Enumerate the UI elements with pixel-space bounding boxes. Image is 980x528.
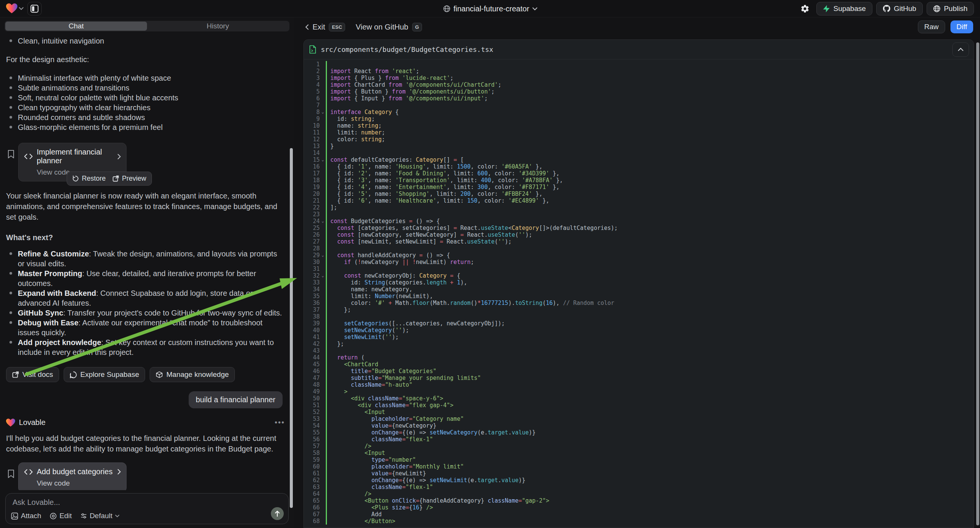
- fold-chevron-icon[interactable]: [320, 320, 326, 327]
- fold-chevron-icon[interactable]: [320, 279, 326, 286]
- fold-chevron-icon[interactable]: [320, 511, 326, 518]
- fold-chevron-icon[interactable]: [320, 266, 326, 272]
- fold-chevron-icon[interactable]: ⌄: [320, 252, 326, 259]
- attach-button[interactable]: Attach: [11, 512, 41, 520]
- manage-knowledge-button[interactable]: Manage knowledge: [150, 367, 235, 382]
- chevron-down-icon[interactable]: [532, 7, 537, 11]
- preview-button[interactable]: Preview: [113, 175, 146, 183]
- fold-chevron-icon[interactable]: [320, 456, 326, 463]
- restore-button[interactable]: Restore: [72, 175, 106, 183]
- bookmark-icon[interactable]: [8, 469, 14, 479]
- send-button[interactable]: [271, 507, 284, 520]
- fold-chevron-icon[interactable]: [320, 75, 326, 81]
- fold-chevron-icon[interactable]: [320, 286, 326, 293]
- fold-chevron-icon[interactable]: [320, 143, 326, 149]
- fold-chevron-icon[interactable]: [320, 477, 326, 484]
- fold-chevron-icon[interactable]: [320, 313, 326, 320]
- fold-chevron-icon[interactable]: [320, 382, 326, 388]
- fold-chevron-icon[interactable]: [320, 116, 326, 122]
- fold-chevron-icon[interactable]: [320, 184, 326, 191]
- fold-chevron-icon[interactable]: [320, 177, 326, 184]
- fold-chevron-icon[interactable]: [320, 436, 326, 443]
- fold-chevron-icon[interactable]: [320, 334, 326, 340]
- fold-chevron-icon[interactable]: [320, 415, 326, 422]
- fold-chevron-icon[interactable]: [320, 95, 326, 102]
- fold-chevron-icon[interactable]: [320, 518, 326, 525]
- fold-chevron-icon[interactable]: [320, 484, 326, 490]
- chat-message-list[interactable]: Clean, intuitive navigation For the desi…: [0, 32, 294, 490]
- fold-chevron-icon[interactable]: ⌄: [320, 156, 326, 163]
- view-on-github-button[interactable]: View on GitHub G: [356, 23, 422, 32]
- fold-chevron-icon[interactable]: [320, 163, 326, 170]
- fold-chevron-icon[interactable]: [320, 395, 326, 402]
- fold-chevron-icon[interactable]: [320, 211, 326, 218]
- fold-chevron-icon[interactable]: [320, 422, 326, 429]
- file-path-row[interactable]: src/components/budget/BudgetCategories.t…: [304, 40, 974, 59]
- bookmark-icon[interactable]: [8, 149, 14, 159]
- tab-chat[interactable]: Chat: [5, 22, 147, 31]
- fold-chevron-icon[interactable]: [320, 368, 326, 375]
- fold-chevron-icon[interactable]: [320, 450, 326, 456]
- fold-chevron-icon[interactable]: [320, 81, 326, 88]
- fold-chevron-icon[interactable]: [320, 388, 326, 395]
- fold-chevron-icon[interactable]: ⌄: [320, 218, 326, 224]
- fold-chevron-icon[interactable]: [320, 122, 326, 129]
- chat-input[interactable]: [13, 498, 282, 507]
- fold-chevron-icon[interactable]: [320, 259, 326, 266]
- chevron-right-icon[interactable]: [118, 154, 121, 159]
- message-menu-button[interactable]: •••: [275, 418, 285, 427]
- diff-toggle-button[interactable]: Diff: [950, 21, 973, 33]
- fold-chevron-icon[interactable]: ⌄: [320, 109, 326, 116]
- code-editor[interactable]: 12import React from 'react';3import { Pl…: [304, 59, 974, 528]
- exit-button[interactable]: Exit ESC: [305, 23, 345, 32]
- fold-chevron-icon[interactable]: [320, 224, 326, 231]
- lovable-logo-menu[interactable]: [6, 3, 24, 14]
- fold-chevron-icon[interactable]: [320, 409, 326, 415]
- explore-supabase-button[interactable]: Explore Supabase: [64, 367, 145, 382]
- chat-scrollbar[interactable]: [290, 148, 293, 508]
- fold-chevron-icon[interactable]: [320, 354, 326, 361]
- fold-chevron-icon[interactable]: [320, 191, 326, 197]
- fold-chevron-icon[interactable]: [320, 361, 326, 368]
- raw-toggle-button[interactable]: Raw: [918, 21, 945, 33]
- fold-chevron-icon[interactable]: [320, 129, 326, 136]
- fold-chevron-icon[interactable]: [320, 497, 326, 504]
- fold-chevron-icon[interactable]: [320, 88, 326, 95]
- fold-chevron-icon[interactable]: [320, 300, 326, 307]
- model-selector[interactable]: Default: [80, 512, 119, 520]
- fold-chevron-icon[interactable]: [320, 340, 326, 347]
- fold-chevron-icon[interactable]: [320, 293, 326, 300]
- tab-history[interactable]: History: [147, 22, 289, 31]
- fold-chevron-icon[interactable]: [320, 231, 326, 238]
- fold-chevron-icon[interactable]: [320, 170, 326, 177]
- collapse-file-button[interactable]: [952, 43, 969, 57]
- fold-chevron-icon[interactable]: [320, 470, 326, 477]
- settings-button[interactable]: [797, 2, 813, 16]
- fold-chevron-icon[interactable]: [320, 102, 326, 109]
- fold-chevron-icon[interactable]: [320, 490, 326, 497]
- fold-chevron-icon[interactable]: [320, 238, 326, 245]
- version-card-add-budget-categories[interactable]: Add budget categories View code: [18, 463, 127, 490]
- fold-chevron-icon[interactable]: [320, 347, 326, 354]
- fold-chevron-icon[interactable]: [320, 204, 326, 211]
- project-title[interactable]: financial-future-creator: [453, 5, 529, 13]
- fold-chevron-icon[interactable]: [320, 61, 326, 68]
- fold-chevron-icon[interactable]: [320, 443, 326, 450]
- fold-chevron-icon[interactable]: [320, 327, 326, 334]
- view-code-link[interactable]: View code: [37, 479, 121, 487]
- fold-chevron-icon[interactable]: [320, 463, 326, 470]
- supabase-button[interactable]: Supabase: [816, 2, 872, 16]
- window-scrollbar[interactable]: [976, 43, 979, 525]
- edit-button[interactable]: Edit: [49, 512, 72, 520]
- fold-chevron-icon[interactable]: [320, 429, 326, 436]
- chevron-right-icon[interactable]: [118, 469, 121, 475]
- fold-chevron-icon[interactable]: [320, 375, 326, 382]
- fold-chevron-icon[interactable]: [320, 402, 326, 409]
- fold-chevron-icon[interactable]: [320, 68, 326, 75]
- fold-chevron-icon[interactable]: [320, 307, 326, 313]
- sidebar-toggle-button[interactable]: [27, 2, 42, 16]
- fold-chevron-icon[interactable]: [320, 197, 326, 204]
- github-button[interactable]: GitHub: [876, 2, 923, 16]
- fold-chevron-icon[interactable]: ⌄: [320, 272, 326, 279]
- visit-docs-button[interactable]: Visit docs: [6, 367, 59, 382]
